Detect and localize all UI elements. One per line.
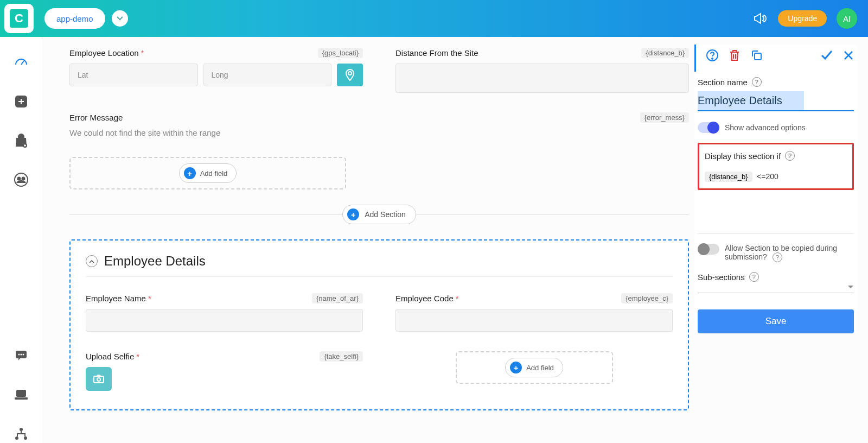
sub-sections-dropdown[interactable] [698,282,854,293]
sidebar-users[interactable] [12,170,30,189]
section-divider: + Add Section [69,205,689,224]
distance-label: Distance From the Site {distance_b} [395,48,689,58]
announce-icon[interactable] [753,12,767,24]
employee-code-input[interactable] [395,309,673,332]
field-tag: {distance_b} [641,48,689,58]
distance-input[interactable] [395,64,689,93]
copy-button[interactable] [750,49,763,62]
employee-name-input[interactable] [86,309,363,332]
help-icon[interactable]: ? [785,151,795,161]
sidebar-chat[interactable] [12,346,30,365]
close-button[interactable] [843,50,854,61]
add-field-button[interactable]: + Add field [505,358,563,377]
pick-location-button[interactable] [337,64,363,86]
help-icon[interactable]: ? [749,272,759,282]
svg-rect-15 [94,376,104,383]
help-icon[interactable]: ? [773,252,782,262]
app-header: C app-demo Upgrade AI [0,0,868,37]
svg-point-8 [22,354,24,356]
laptop-icon [14,389,28,401]
app-logo[interactable]: C [4,4,34,33]
svg-point-12 [15,436,18,440]
help-button[interactable] [706,49,719,62]
field-tag: {take_selfi} [320,351,363,362]
sidebar-store[interactable] [12,131,30,150]
delete-button[interactable] [729,49,741,62]
hierarchy-icon [14,427,28,440]
error-message-label: Error Message {error_mess} [69,112,689,123]
condition-variable[interactable]: {distance_b} [705,172,752,182]
properties-panel: Section name ? Show advanced options Dis… [694,45,857,333]
camera-button[interactable] [86,367,112,391]
field-tag: {gps_locati} [318,48,363,58]
check-icon [820,50,833,61]
employee-details-section[interactable]: Employee Details Employee Name* {name_of… [69,239,689,410]
svg-point-4 [22,178,24,180]
user-avatar[interactable]: AI [837,8,857,29]
plus-square-icon [14,94,28,109]
copy-icon [750,49,763,62]
section-title: Employee Details [104,254,206,269]
svg-point-11 [20,428,23,431]
svg-point-16 [97,378,100,381]
app-dropdown[interactable] [112,10,128,27]
plus-icon: + [510,362,522,374]
add-field-dropzone[interactable]: + Add field [69,157,346,189]
caret-down-icon [847,285,854,289]
error-message-text: We could not find the site within the ra… [69,128,689,137]
help-circle-icon [706,49,719,62]
plus-icon: + [184,167,196,179]
display-condition-box: Display this section if ? {distance_b} <… [698,143,854,190]
users-icon [14,172,29,187]
left-sidebar [0,37,42,443]
upgrade-button[interactable]: Upgrade [778,10,827,27]
app-name-label: app-demo [56,14,93,23]
section-header: Employee Details [86,254,673,277]
panel-toolbar [694,45,857,72]
chevron-down-icon [117,16,123,21]
add-field-dropzone[interactable]: + Add field [456,351,613,384]
allow-copy-toggle[interactable] [698,244,719,255]
field-tag: {error_mess} [640,112,689,123]
svg-point-13 [24,436,27,440]
sidebar-add[interactable] [12,92,30,111]
add-field-button[interactable]: + Add field [179,163,237,183]
gauge-icon [14,55,29,70]
upload-selfie-label: Upload Selfie* {take_selfi} [86,351,363,362]
chevron-up-icon [89,260,94,263]
svg-rect-10 [15,397,28,400]
plus-icon: + [347,208,359,220]
svg-rect-19 [755,53,761,60]
lat-input[interactable] [69,64,198,86]
field-tag: {name_of_ar} [312,293,363,303]
employee-location-label: Employee Location* {gps_locati} [69,48,363,58]
advanced-toggle[interactable] [698,122,719,133]
add-section-button[interactable]: + Add Section [342,205,416,224]
svg-point-3 [17,178,20,180]
employee-code-label: Employee Code* {employee_c} [395,293,673,303]
sidebar-laptop[interactable] [12,385,30,404]
sidebar-org[interactable] [12,425,30,443]
svg-point-6 [18,354,20,356]
svg-point-7 [20,354,22,356]
map-pin-icon [344,68,355,81]
form-builder-canvas: Employee Location* {gps_locati} Distance… [53,37,694,443]
save-button[interactable]: Save [698,309,854,333]
svg-rect-9 [16,390,26,397]
bag-icon [15,134,28,148]
help-icon[interactable]: ? [752,77,762,87]
collapse-toggle[interactable] [86,255,98,267]
camera-icon [93,374,105,384]
long-input[interactable] [203,64,332,86]
avatar-initials: AI [843,14,851,23]
section-name-input[interactable] [698,91,854,111]
confirm-button[interactable] [820,50,833,61]
sidebar-dashboard[interactable] [12,53,30,72]
close-icon [843,50,854,61]
display-if-label: Display this section if ? [705,151,847,161]
trash-icon [729,49,741,62]
svg-point-2 [15,173,28,186]
condition-expression[interactable]: <=200 [757,172,778,181]
app-name-pill[interactable]: app-demo [44,8,105,29]
add-section-label: Add Section [365,210,406,219]
